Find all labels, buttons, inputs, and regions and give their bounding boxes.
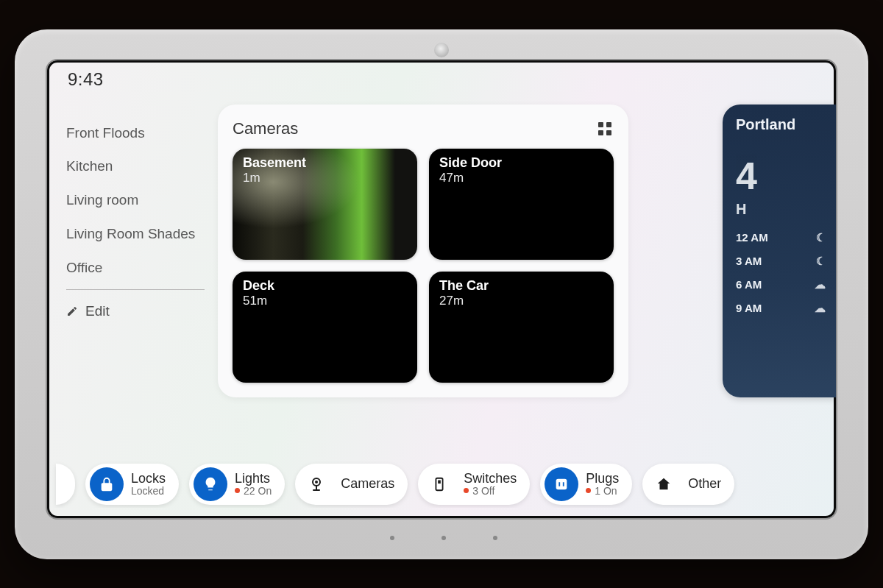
chip-title: Lights <box>235 472 272 486</box>
chip-cameras[interactable]: Cameras <box>295 464 408 505</box>
clock: 9:43 <box>68 69 104 90</box>
camera-tile-deck[interactable]: Deck 51m <box>233 272 417 383</box>
cloud-icon: ☁ <box>815 302 826 315</box>
camera-icon <box>299 467 333 501</box>
svg-rect-9 <box>559 482 561 486</box>
svg-rect-8 <box>556 478 567 489</box>
status-dot-icon <box>235 488 240 493</box>
device-camera <box>434 43 449 57</box>
chip-plugs[interactable]: Plugs 1 On <box>540 464 632 505</box>
room-item[interactable]: Living Room Shades <box>63 217 208 251</box>
hour-label: 3 AM <box>736 255 762 268</box>
grid-icon[interactable] <box>596 120 614 138</box>
chip-title: Other <box>688 477 721 491</box>
camera-tile-side-door[interactable]: Side Door 47m <box>429 149 614 260</box>
weather-panel[interactable]: Portland 4 H 12 AM☾ 3 AM☾ 6 AM☁ 9 AM☁ <box>723 105 836 397</box>
chip-status: 3 Off <box>472 486 494 497</box>
svg-rect-2 <box>598 130 603 135</box>
camera-name: The Car <box>439 279 489 292</box>
camera-age: 27m <box>439 294 489 308</box>
camera-tile-the-car[interactable]: The Car 27m <box>429 272 614 383</box>
chip-title: Cameras <box>341 477 394 491</box>
chip-status: Locked <box>131 486 166 497</box>
chip-locks[interactable]: Locks Locked <box>85 464 179 505</box>
moon-icon: ☾ <box>816 231 826 244</box>
svg-rect-10 <box>563 482 564 486</box>
chip-peek[interactable] <box>56 464 75 505</box>
camera-age: 47m <box>439 171 502 185</box>
camera-age: 1m <box>243 171 306 185</box>
camera-tile-basement[interactable]: Basement 1m <box>233 149 417 260</box>
camera-age: 51m <box>243 294 274 308</box>
camera-name: Side Door <box>439 156 502 169</box>
plug-icon <box>545 467 578 501</box>
chip-title: Switches <box>464 472 517 486</box>
camera-grid: Basement 1m Side Door 47m Deck 51m <box>233 149 614 383</box>
chip-status: 22 On <box>244 486 272 497</box>
screen[interactable]: 9:43 Front Floods Kitchen Living room Li… <box>47 60 836 518</box>
svg-rect-6 <box>436 478 443 490</box>
room-list: Front Floods Kitchen Living room Living … <box>63 116 208 328</box>
cameras-card: Cameras Basement 1m Side Doo <box>218 105 628 397</box>
camera-name: Basement <box>243 156 306 169</box>
weather-temp: 4 <box>736 154 831 198</box>
mic-hole <box>390 536 394 540</box>
chip-title: Plugs <box>586 472 619 486</box>
home-icon <box>647 467 681 501</box>
camera-name: Deck <box>243 279 274 292</box>
status-dot-icon <box>586 488 591 493</box>
chip-lights[interactable]: Lights 22 On <box>189 464 285 505</box>
pencil-icon <box>66 305 78 317</box>
device-chips: Locks Locked Lights 22 On Cameras <box>47 461 836 508</box>
svg-rect-7 <box>438 480 441 483</box>
room-item[interactable]: Living room <box>63 183 208 217</box>
hour-label: 9 AM <box>736 302 762 315</box>
status-dot-icon <box>464 488 469 493</box>
divider <box>66 289 205 290</box>
hour-label: 12 AM <box>736 231 768 244</box>
room-item[interactable]: Kitchen <box>63 149 208 183</box>
weather-hours: 12 AM☾ 3 AM☾ 6 AM☁ 9 AM☁ <box>736 231 831 315</box>
chip-switches[interactable]: Switches 3 Off <box>418 464 530 505</box>
hour-label: 6 AM <box>736 278 762 291</box>
cloud-icon: ☁ <box>815 278 826 291</box>
weather-city: Portland <box>736 116 831 133</box>
room-item[interactable]: Office <box>63 251 208 285</box>
room-item[interactable]: Front Floods <box>63 116 208 150</box>
lock-icon <box>90 467 124 501</box>
chip-other[interactable]: Other <box>642 464 734 505</box>
chip-title: Locks <box>131 472 166 486</box>
svg-point-5 <box>315 481 318 483</box>
mic-hole <box>493 536 497 540</box>
svg-rect-1 <box>606 122 611 127</box>
chip-status: 1 On <box>595 486 617 497</box>
edit-label: Edit <box>85 303 110 319</box>
edit-button[interactable]: Edit <box>63 294 208 328</box>
device-frame: 9:43 Front Floods Kitchen Living room Li… <box>15 29 868 559</box>
card-title: Cameras <box>233 119 298 138</box>
mic-hole <box>442 536 446 540</box>
lightbulb-icon <box>194 467 227 501</box>
svg-rect-3 <box>606 130 611 135</box>
switch-icon <box>422 467 456 501</box>
svg-rect-0 <box>598 122 603 127</box>
moon-icon: ☾ <box>816 255 826 268</box>
weather-hi-label: H <box>736 201 831 218</box>
